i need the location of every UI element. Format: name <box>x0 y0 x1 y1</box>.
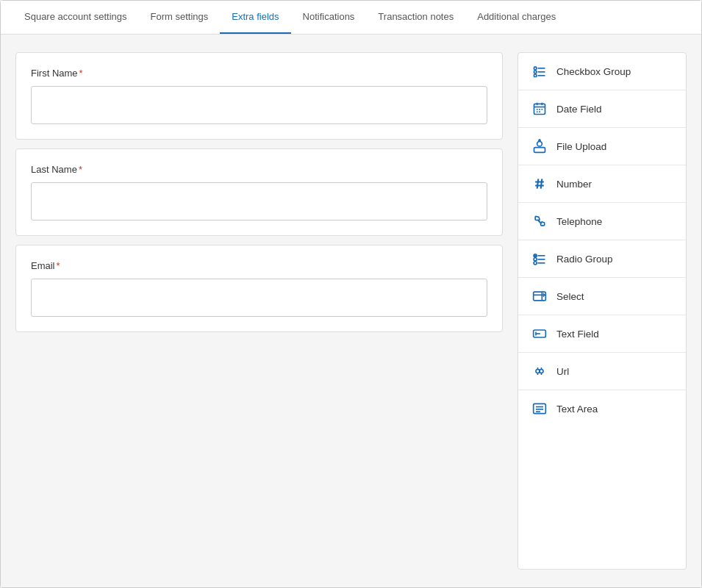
sidebar-label-date-field: Date Field <box>556 104 602 115</box>
url-icon <box>531 363 548 379</box>
sidebar-label-select: Select <box>556 291 584 302</box>
first-name-label: First Name* <box>31 68 487 79</box>
sidebar-item-date-field[interactable]: Date Field <box>518 90 686 128</box>
svg-point-24 <box>534 258 537 261</box>
svg-rect-16 <box>534 148 545 153</box>
sidebar-label-radio-group: Radio Group <box>556 254 613 265</box>
hash-icon <box>531 176 548 192</box>
upload-icon <box>531 138 548 154</box>
sidebar-item-url[interactable]: Url <box>518 353 686 390</box>
sidebar-label-text-area: Text Area <box>556 404 598 415</box>
phone-icon <box>531 213 548 229</box>
sidebar-label-url: Url <box>556 366 569 377</box>
sidebar-item-text-area[interactable]: Text Area <box>518 390 686 427</box>
textarea-icon <box>531 401 548 417</box>
sidebar-label-text-field: Text Field <box>556 329 599 340</box>
sidebar-item-number[interactable]: Number <box>518 165 686 203</box>
svg-point-26 <box>534 262 537 265</box>
sidebar-label-file-upload: File Upload <box>556 141 606 152</box>
sidebar-item-text-field[interactable]: Text Field <box>518 315 686 353</box>
svg-point-22 <box>534 255 536 257</box>
form-panel: First Name* Last Name* Email* <box>15 52 503 570</box>
last-name-input[interactable] <box>31 182 487 220</box>
sidebar-item-file-upload[interactable]: File Upload <box>518 128 686 165</box>
tab-notifications[interactable]: Notifications <box>291 1 367 34</box>
tab-transaction-notes[interactable]: Transaction notes <box>366 1 465 34</box>
sidebar-item-telephone[interactable]: Telephone <box>518 203 686 240</box>
last-name-card: Last Name* <box>15 148 503 236</box>
svg-line-19 <box>537 179 539 188</box>
email-label: Email* <box>31 260 487 271</box>
svg-point-15 <box>537 141 542 146</box>
tab-square-account[interactable]: Square account settings <box>12 1 138 34</box>
svg-rect-0 <box>534 67 537 69</box>
sidebar-item-checkbox-group[interactable]: Checkbox Group <box>518 53 686 90</box>
sidebar-label-number: Number <box>556 179 592 190</box>
sidebar-item-select[interactable]: Select <box>518 278 686 315</box>
email-card: Email* <box>15 245 503 332</box>
tab-form-settings[interactable]: Form settings <box>138 1 220 34</box>
svg-rect-4 <box>534 74 537 76</box>
nav-tabs: Square account settings Form settings Ex… <box>1 1 701 35</box>
checkbox-icon <box>531 63 548 79</box>
field-type-sidebar: Checkbox Group <box>517 52 687 570</box>
first-name-card: First Name* <box>15 52 503 140</box>
tab-extra-fields[interactable]: Extra fields <box>220 1 290 34</box>
last-name-label: Last Name* <box>31 164 487 175</box>
sidebar-label-telephone: Telephone <box>556 216 602 227</box>
select-icon <box>531 288 548 304</box>
app-window: Square account settings Form settings Ex… <box>0 0 702 588</box>
calendar-icon <box>531 101 548 117</box>
sidebar-label-checkbox-group: Checkbox Group <box>556 66 631 77</box>
main-content: First Name* Last Name* Email* <box>1 35 701 587</box>
textfield-icon <box>531 326 548 342</box>
email-input[interactable] <box>31 279 487 317</box>
svg-rect-2 <box>534 71 537 73</box>
first-name-input[interactable] <box>31 86 487 124</box>
sidebar-item-radio-group[interactable]: Radio Group <box>518 240 686 278</box>
svg-line-20 <box>541 179 542 188</box>
tab-additional-charges[interactable]: Additional charges <box>465 1 567 34</box>
radio-icon <box>531 251 548 267</box>
